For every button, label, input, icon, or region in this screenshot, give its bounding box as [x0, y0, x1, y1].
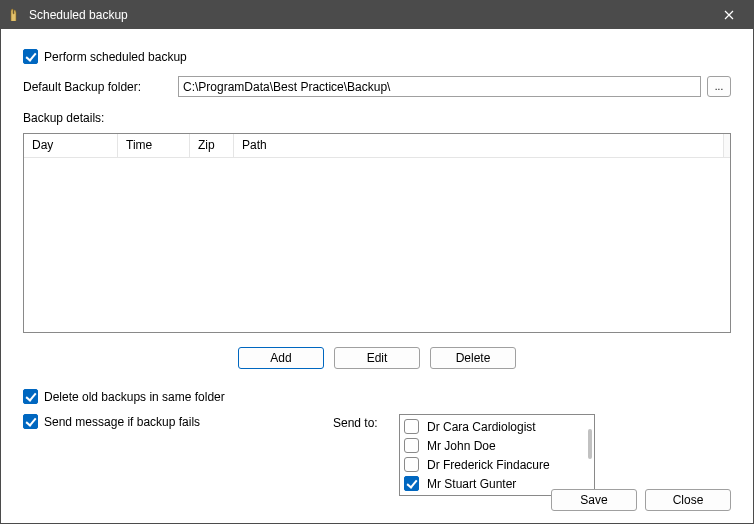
options-block: Delete old backups in same folder Send m…: [23, 389, 731, 496]
recipient-name: Dr Cara Cardiologist: [427, 420, 536, 434]
app-icon: [7, 7, 23, 23]
send-message-row: Send message if backup fails Send to: Dr…: [23, 414, 731, 496]
perform-backup-checkbox[interactable]: [23, 49, 38, 64]
send-message-label: Send message if backup fails: [44, 415, 200, 429]
perform-backup-label: Perform scheduled backup: [44, 50, 187, 64]
recipient-checkbox[interactable]: [404, 438, 419, 453]
delete-old-label: Delete old backups in same folder: [44, 390, 225, 404]
recipient-item[interactable]: Dr Frederick Findacure: [404, 455, 590, 474]
titlebar: Scheduled backup: [1, 1, 753, 29]
footer-buttons: Save Close: [551, 489, 731, 511]
grid-col-day[interactable]: Day: [24, 134, 118, 157]
scrollbar-thumb[interactable]: [588, 429, 592, 459]
folder-input[interactable]: [178, 76, 701, 97]
recipient-name: Mr Stuart Gunter: [427, 477, 516, 491]
edit-button[interactable]: Edit: [334, 347, 420, 369]
recipient-checkbox[interactable]: [404, 419, 419, 434]
backup-details-grid[interactable]: Day Time Zip Path: [23, 133, 731, 333]
recipient-checkbox[interactable]: [404, 457, 419, 472]
add-button[interactable]: Add: [238, 347, 324, 369]
recipient-item[interactable]: Mr John Doe: [404, 436, 590, 455]
grid-body[interactable]: [24, 158, 730, 332]
send-message-checkbox-row[interactable]: Send message if backup fails: [23, 414, 325, 429]
grid-col-zip[interactable]: Zip: [190, 134, 234, 157]
recipient-checkbox[interactable]: [404, 476, 419, 491]
grid-header: Day Time Zip Path: [24, 134, 730, 158]
folder-label: Default Backup folder:: [23, 80, 178, 94]
grid-col-path[interactable]: Path: [234, 134, 724, 157]
save-button[interactable]: Save: [551, 489, 637, 511]
delete-old-checkbox[interactable]: [23, 389, 38, 404]
grid-scroll-gutter: [724, 134, 730, 157]
send-to-label: Send to:: [333, 414, 391, 430]
window-close-button[interactable]: [709, 1, 749, 29]
delete-old-row[interactable]: Delete old backups in same folder: [23, 389, 731, 404]
close-icon: [724, 10, 734, 20]
close-button[interactable]: Close: [645, 489, 731, 511]
grid-buttons: Add Edit Delete: [23, 347, 731, 369]
grid-col-time[interactable]: Time: [118, 134, 190, 157]
folder-row: Default Backup folder: ...: [23, 76, 731, 97]
recipient-name: Mr John Doe: [427, 439, 496, 453]
backup-details-label: Backup details:: [23, 111, 731, 125]
recipients-listbox[interactable]: Dr Cara CardiologistMr John DoeDr Freder…: [399, 414, 595, 496]
recipient-name: Dr Frederick Findacure: [427, 458, 550, 472]
browse-button[interactable]: ...: [707, 76, 731, 97]
perform-backup-row[interactable]: Perform scheduled backup: [23, 49, 731, 64]
recipient-item[interactable]: Dr Cara Cardiologist: [404, 417, 590, 436]
send-message-checkbox[interactable]: [23, 414, 38, 429]
window: Scheduled backup Perform scheduled backu…: [0, 0, 754, 524]
content-area: Perform scheduled backup Default Backup …: [1, 29, 753, 523]
delete-button[interactable]: Delete: [430, 347, 516, 369]
window-title: Scheduled backup: [29, 8, 709, 22]
